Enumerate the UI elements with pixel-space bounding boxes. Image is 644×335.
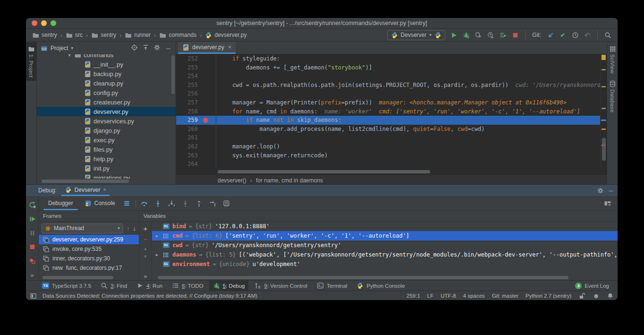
project-gear-button[interactable] bbox=[153, 44, 161, 52]
rollback-button[interactable]: ↶ bbox=[582, 30, 593, 40]
scrollbar-thumb[interactable] bbox=[158, 276, 568, 279]
current-line-mark[interactable] bbox=[601, 120, 606, 121]
run-to-cursor-button[interactable] bbox=[208, 198, 218, 208]
tree-item[interactable]: files.py bbox=[37, 145, 176, 154]
toolwindow-button-5-debug[interactable]: 5: Debug bbox=[209, 281, 249, 291]
expand-icon[interactable]: ▶ bbox=[154, 234, 160, 238]
breakpoint-gutter[interactable] bbox=[202, 81, 210, 90]
step-into-my-code-button[interactable] bbox=[167, 198, 177, 208]
step-into-button[interactable] bbox=[153, 198, 163, 208]
tree-item[interactable]: cleanup.py bbox=[37, 78, 176, 88]
code-line[interactable]: 262 manager.loop() bbox=[176, 142, 607, 151]
more-icon[interactable]: » bbox=[144, 273, 147, 279]
breadcrumb-item[interactable]: runner bbox=[123, 31, 152, 40]
variable-row[interactable]: ▶cmd = {list: 6} ['sentry', 'run', 'work… bbox=[152, 231, 618, 241]
breadcrumb-item[interactable]: src bbox=[64, 31, 84, 40]
toolwindow-button-python-console[interactable]: Python Console bbox=[353, 281, 408, 291]
status-message[interactable]: Data Sources Detected: Connection proper… bbox=[42, 293, 257, 299]
breadcrumb-item[interactable]: commands bbox=[158, 31, 198, 40]
breakpoint-gutter[interactable] bbox=[202, 72, 210, 81]
breakpoint-gutter[interactable] bbox=[202, 54, 210, 63]
history-button[interactable] bbox=[570, 30, 580, 40]
tree-item[interactable]: ▾commands bbox=[37, 54, 176, 60]
toolwindow-button-terminal[interactable]: Terminal bbox=[313, 281, 351, 291]
inspection-status-icon[interactable] bbox=[602, 55, 606, 60]
breakpoint-gutter[interactable] bbox=[202, 133, 210, 142]
run-button[interactable] bbox=[449, 30, 459, 40]
debug-button[interactable] bbox=[461, 30, 471, 40]
tab-debugger[interactable]: Debugger bbox=[43, 196, 78, 210]
breakpoint-gutter[interactable] bbox=[202, 142, 210, 151]
tree-item[interactable]: config.py bbox=[37, 88, 176, 97]
tree-item[interactable]: backup.py bbox=[37, 69, 176, 78]
git-update-button[interactable] bbox=[545, 30, 556, 40]
variable-row[interactable]: ▶daemons = {list: 5} [('webpack', ['/Use… bbox=[152, 250, 618, 259]
tool-stripe-button[interactable]: SciView bbox=[607, 42, 618, 77]
stripe-mark[interactable] bbox=[602, 108, 606, 109]
step-out-button[interactable] bbox=[194, 198, 204, 208]
breakpoint-gutter[interactable] bbox=[202, 89, 210, 98]
breakpoint-gutter[interactable] bbox=[202, 116, 210, 125]
rerun-button[interactable] bbox=[27, 200, 37, 210]
toolwindow-button-6-todo[interactable]: 6: TODO bbox=[168, 281, 207, 291]
breadcrumb-statement[interactable]: for name, cmd in daemons bbox=[256, 177, 323, 184]
stack-frame-row[interactable]: new_func, decorators.py:17 bbox=[39, 263, 139, 271]
stack-frame-row[interactable]: devserver, devserver.py:259 bbox=[39, 235, 139, 244]
code-line[interactable]: 260 manager.add_process(name, list2cmdli… bbox=[176, 125, 607, 134]
debug-session-tab[interactable]: Devserver × bbox=[61, 185, 110, 196]
zoom-window-button[interactable] bbox=[51, 20, 56, 26]
tab-console[interactable]: Console bbox=[80, 196, 120, 210]
layout-settings-button[interactable] bbox=[122, 198, 132, 208]
close-window-button[interactable] bbox=[32, 20, 37, 26]
code-line[interactable]: 264 bbox=[176, 160, 607, 169]
code-line[interactable]: 259 if name not in skip_daemons: bbox=[176, 116, 607, 125]
highlighting-level-icon[interactable]: ☻ bbox=[593, 292, 600, 299]
code-line[interactable]: 254 bbox=[176, 72, 607, 81]
tree-item[interactable]: createuser.py bbox=[37, 97, 176, 107]
event-log-button[interactable]: 3Event Log bbox=[571, 281, 613, 291]
search-everywhere-button[interactable] bbox=[602, 30, 613, 40]
coverage-button[interactable] bbox=[473, 30, 483, 40]
minimize-icon[interactable]: ─ bbox=[609, 188, 613, 194]
code-line[interactable]: 253 daemons += [_get_daemon("storybook")… bbox=[176, 63, 607, 72]
minimize-window-button[interactable] bbox=[41, 20, 47, 26]
stripe-mark[interactable] bbox=[602, 69, 606, 70]
indent-style[interactable]: 4 spaces bbox=[463, 293, 485, 299]
breakpoint-gutter[interactable] bbox=[202, 63, 210, 72]
code-line[interactable]: 257 manager = Manager(Printer(prefix=pre… bbox=[176, 98, 607, 107]
breakpoint-gutter[interactable] bbox=[202, 151, 210, 160]
breadcrumb-item[interactable]: sentry bbox=[90, 31, 118, 40]
variable-row[interactable]: 01cwd = {str} '/Users/ryanskonnord/getse… bbox=[152, 241, 618, 250]
remove-watch-icon[interactable]: − bbox=[144, 236, 147, 243]
git-branch[interactable]: Git: master bbox=[492, 293, 518, 299]
chevron-down-icon[interactable]: ▾ bbox=[71, 46, 73, 51]
stop-button[interactable] bbox=[27, 242, 37, 252]
caret-position[interactable]: 259:1 bbox=[407, 293, 420, 299]
step-over-button[interactable] bbox=[139, 198, 150, 208]
line-separator[interactable]: LF bbox=[427, 293, 433, 299]
stack-frame-row[interactable]: inner, decorators.py:30 bbox=[39, 254, 139, 263]
thread-select[interactable]: MainThread ▾ bbox=[42, 223, 123, 233]
toolwindow-button-4-run[interactable]: 4: Run bbox=[133, 281, 166, 291]
tree-item[interactable]: init.py bbox=[37, 163, 176, 173]
stripe-mark[interactable] bbox=[602, 129, 606, 130]
resume-button[interactable] bbox=[27, 214, 37, 224]
code-area[interactable]: 252 if styleguide:253 daemons += [_get_d… bbox=[176, 54, 607, 169]
project-target-button[interactable] bbox=[131, 44, 138, 52]
breadcrumb-method[interactable]: devserver() bbox=[218, 177, 246, 184]
tab-devserver-py[interactable]: devserver.py × bbox=[178, 42, 236, 54]
tool-window-toggle-icon[interactable] bbox=[30, 292, 37, 300]
move-down-icon[interactable]: ▼ bbox=[144, 254, 148, 259]
tree-item[interactable]: exec.py bbox=[37, 135, 176, 145]
expand-icon[interactable]: ▶ bbox=[154, 253, 160, 257]
scrollbar-thumb[interactable] bbox=[42, 276, 113, 279]
tree-item[interactable]: django.py bbox=[37, 126, 176, 135]
close-icon[interactable]: × bbox=[103, 187, 106, 192]
toolwindow-button-typescript-3-7-5[interactable]: TSTypeScript 3.7.5 bbox=[38, 281, 95, 291]
code-line[interactable]: 252 if styleguide: bbox=[176, 54, 607, 63]
notifications-icon[interactable] bbox=[607, 292, 614, 300]
add-watch-icon[interactable]: + bbox=[144, 224, 148, 232]
view-breakpoints-button[interactable] bbox=[27, 256, 37, 266]
evaluate-button[interactable] bbox=[221, 198, 232, 208]
stop-button[interactable] bbox=[510, 30, 520, 40]
